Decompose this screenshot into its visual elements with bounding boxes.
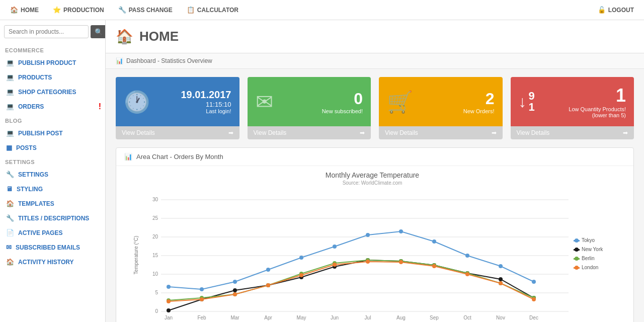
svg-point-34: [432, 239, 436, 244]
svg-point-30: [299, 256, 303, 260]
stat-card-low-qty: ↓ 9 1 1 Low Quantity Products! (lower th…: [511, 77, 634, 139]
svg-text:Nov: Nov: [496, 315, 505, 320]
sidebar: 🔍 ECOMMERCE 💻 PUBLISH PRODUCT 💻 PRODUCTS…: [0, 20, 106, 322]
chart-header-icon: 📊: [124, 153, 132, 160]
svg-point-66: [299, 273, 303, 277]
stat-card-orders-body: 🛒 2 New Orders!: [379, 77, 503, 126]
arrow-right-icon-3: ➡: [492, 129, 497, 136]
nav-logout[interactable]: 🔓 LOGOUT: [596, 6, 636, 14]
sidebar-item-subscribed-emails[interactable]: ✉ SUBSCRIBED EMAILS: [0, 240, 105, 255]
subscribed-label: New subscribed!: [322, 108, 363, 114]
stat-card-login-footer[interactable]: View Details ➡: [116, 126, 239, 139]
titles-icon: 🔧: [6, 214, 14, 222]
svg-point-31: [333, 245, 337, 249]
sidebar-item-shop-categories[interactable]: 💻 SHOP CATEGORIES: [0, 85, 105, 99]
chart-legend: Tokyo New York Berlin London: [574, 237, 603, 270]
nav-home-label: HOME: [21, 7, 39, 14]
nav-pass-change[interactable]: 🔧 PASS CHANGE: [116, 6, 175, 14]
svg-text:5: 5: [155, 290, 158, 295]
svg-point-35: [465, 254, 469, 258]
svg-text:London: London: [582, 265, 598, 270]
sidebar-item-styling[interactable]: 🖥 STYLING: [0, 182, 105, 196]
svg-text:Jun: Jun: [331, 315, 339, 320]
svg-point-65: [266, 283, 270, 287]
svg-point-63: [200, 297, 204, 301]
orders-label: ORDERS: [18, 103, 44, 110]
sidebar-item-templates[interactable]: 🏠 TEMPLATES: [0, 196, 105, 211]
arrow-right-icon-2: ➡: [360, 129, 365, 136]
newyork-line: [169, 260, 534, 310]
nav-home[interactable]: 🏠 HOME: [8, 6, 41, 14]
products-label: PRODUCTS: [18, 74, 52, 81]
top-nav: 🏠 HOME ⭐ PRODUCTION 🔧 PASS CHANGE 📋 CALC…: [0, 0, 644, 20]
svg-point-75: [575, 238, 579, 243]
stat-card-subscribed-body: ✉ 0 New subscribed!: [248, 77, 371, 126]
svg-point-78: [575, 248, 579, 252]
svg-text:Feb: Feb: [197, 315, 206, 320]
section-ecommerce-label: ECOMMERCE: [0, 43, 105, 55]
sidebar-item-settings[interactable]: 🔧 SETTINGS: [0, 167, 105, 182]
stat-card-subscribed: ✉ 0 New subscribed! View Details ➡: [248, 77, 371, 139]
svg-point-84: [575, 266, 579, 270]
tokyo-dots: [167, 229, 536, 291]
svg-text:Berlin: Berlin: [582, 256, 595, 261]
cart-icon: 🛒: [387, 90, 413, 114]
wrench-icon: 🔧: [118, 6, 126, 14]
svg-text:New York: New York: [582, 247, 603, 252]
svg-point-37: [532, 280, 536, 284]
sidebar-item-activity-history[interactable]: 🏠 ACTIVITY HISTORY: [0, 255, 105, 269]
stat-card-orders-footer[interactable]: View Details ➡: [379, 126, 503, 139]
sidebar-item-posts[interactable]: ▦ POSTS: [0, 140, 105, 155]
active-pages-label: ACTIVE PAGES: [18, 229, 62, 236]
down-arrow-icon: ↓: [519, 93, 527, 111]
stat-card-login-info: 19.01.2017 11:15:10 Last login!: [181, 89, 231, 114]
sidebar-item-titles-descriptions[interactable]: 🔧 TITLES / DESCRIPTIONS: [0, 211, 105, 225]
svg-text:May: May: [297, 315, 306, 320]
svg-point-70: [432, 264, 436, 268]
nav-production[interactable]: ⭐ PRODUCTION: [51, 6, 106, 14]
stat-card-low-qty-footer[interactable]: View Details ➡: [511, 126, 634, 139]
svg-point-48: [499, 277, 503, 281]
templates-label: TEMPLATES: [18, 200, 54, 207]
svg-text:Jan: Jan: [165, 315, 173, 320]
login-date: 19.01.2017: [181, 89, 231, 101]
mail-icon: ✉: [256, 90, 273, 114]
posts-label: POSTS: [16, 144, 37, 151]
stat-card-subscribed-info: 0 New subscribed!: [322, 90, 363, 114]
chart-svg: Temperature (°C) 30 25 20 15: [121, 190, 623, 320]
styling-label: STYLING: [17, 186, 43, 193]
y-axis-label: Temperature (°C): [133, 236, 139, 275]
search-button[interactable]: 🔍: [91, 25, 106, 38]
low-qty-footer-text: View Details: [517, 129, 550, 136]
stat-cards: 🕐 19.01.2017 11:15:10 Last login! View D…: [116, 77, 634, 139]
sidebar-item-publish-product[interactable]: 💻 PUBLISH PRODUCT: [0, 55, 105, 70]
x-axis: Jan Feb Mar Apr May Jun Jul Aug Sep Oct …: [165, 315, 538, 320]
activity-history-icon: 🏠: [6, 258, 14, 266]
svg-text:Aug: Aug: [396, 315, 406, 320]
sidebar-item-publish-post[interactable]: 💻 PUBLISH POST: [0, 126, 105, 140]
login-footer-text: View Details: [122, 129, 155, 136]
svg-text:Jul: Jul: [365, 315, 371, 320]
stat-card-subscribed-footer[interactable]: View Details ➡: [248, 126, 371, 139]
search-input[interactable]: [4, 25, 89, 38]
publish-product-label: PUBLISH PRODUCT: [18, 59, 76, 66]
page-title: HOME: [139, 29, 179, 44]
orders-number: 2: [463, 90, 495, 108]
sidebar-item-active-pages[interactable]: 📄 ACTIVE PAGES: [0, 225, 105, 240]
sidebar-item-products[interactable]: 💻 PRODUCTS: [0, 70, 105, 85]
sidebar-item-orders[interactable]: 💻 ORDERS !: [0, 99, 105, 114]
breadcrumb: 📊 Dashboard - Statistics Overview: [106, 53, 644, 69]
stat-card-login: 🕐 19.01.2017 11:15:10 Last login! View D…: [116, 77, 239, 139]
orders-footer-text: View Details: [385, 129, 418, 136]
nav-logout-label: LOGOUT: [608, 7, 634, 14]
breadcrumb-text: Dashboard - Statistics Overview: [126, 57, 212, 64]
svg-point-62: [167, 299, 171, 303]
nav-calculator[interactable]: 📋 CALCULATOR: [185, 6, 240, 14]
home-icon: 🏠: [10, 6, 18, 14]
berlin-line: [169, 260, 534, 300]
svg-text:10: 10: [152, 271, 158, 277]
nav-pass-change-label: PASS CHANGE: [129, 7, 173, 14]
shop-categories-icon: 💻: [6, 88, 14, 96]
low-qty-num2: 1: [529, 102, 535, 113]
svg-point-36: [499, 264, 503, 268]
